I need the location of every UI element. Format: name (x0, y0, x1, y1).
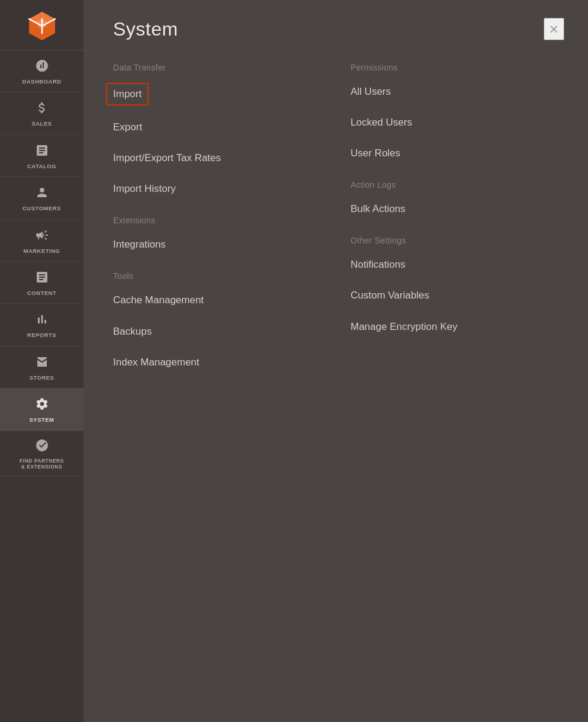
sidebar-item-partners[interactable]: FIND PARTNERS & EXTENSIONS (0, 431, 83, 476)
sidebar-item-dashboard[interactable]: DASHBOARD (0, 50, 83, 92)
sidebar-item-partners-label: FIND PARTNERS & EXTENSIONS (20, 458, 64, 470)
menu-item-bulk-actions[interactable]: Bulk Actions (351, 200, 564, 218)
action-logs-heading: Action Logs (351, 180, 564, 190)
other-settings-heading: Other Settings (351, 236, 564, 245)
menu-item-user-roles[interactable]: User Roles (351, 145, 564, 162)
sidebar-item-reports[interactable]: REPORTS (0, 304, 83, 346)
partners-icon (35, 438, 49, 455)
menu-item-custom-variables[interactable]: Custom Variables (351, 287, 564, 304)
panel-header: System × (83, 0, 588, 52)
sidebar-item-customers[interactable]: CUSTOMERS (0, 177, 83, 219)
menu-item-index-management[interactable]: Index Management (113, 354, 327, 371)
panel-title: System (113, 18, 178, 40)
tools-section: Tools Cache Management Backups Index Man… (113, 271, 327, 371)
sidebar-item-marketing-label: MARKETING (23, 248, 60, 254)
sidebar-item-catalog-label: CATALOG (27, 163, 56, 169)
other-settings-section: Other Settings Notifications Custom Vari… (351, 236, 564, 335)
sidebar-item-marketing[interactable]: MARKETING (0, 220, 83, 262)
menu-item-cache-management[interactable]: Cache Management (113, 291, 327, 309)
dashboard-icon (35, 59, 49, 75)
sidebar-item-stores-label: STORES (30, 374, 54, 381)
magento-logo-icon (27, 11, 57, 41)
content-icon (35, 270, 49, 287)
right-column: Permissions All Users Locked Users User … (345, 58, 564, 704)
menu-item-manage-encryption-key[interactable]: Manage Encryption Key (351, 318, 564, 336)
sidebar-item-content[interactable]: CONTENT (0, 262, 83, 304)
extensions-section: Extensions Integrations (113, 216, 327, 253)
sidebar-item-stores[interactable]: STORES (0, 346, 83, 389)
menu-item-import-export-tax[interactable]: Import/Export Tax Rates (113, 149, 327, 167)
menu-item-integrations[interactable]: Integrations (113, 236, 327, 253)
logo-area (0, 0, 83, 50)
sidebar-item-dashboard-label: DASHBOARD (22, 78, 61, 85)
permissions-section: Permissions All Users Locked Users User … (351, 63, 564, 162)
data-transfer-section: Data Transfer Import Export Import/Expor… (113, 63, 327, 198)
menu-item-import[interactable]: Import (106, 83, 149, 105)
close-button[interactable]: × (544, 18, 564, 40)
menu-item-backups[interactable]: Backups (113, 323, 327, 341)
sidebar-item-reports-label: REPORTS (27, 332, 56, 338)
sidebar-item-content-label: CONTENT (27, 290, 56, 296)
sales-icon (35, 101, 49, 117)
left-column: Data Transfer Import Export Import/Expor… (113, 58, 345, 704)
catalog-icon (35, 143, 49, 160)
sidebar-item-system-label: SYSTEM (29, 416, 54, 423)
sidebar-item-customers-label: CUSTOMERS (23, 205, 61, 211)
sidebar-item-catalog[interactable]: CATALOG (0, 135, 83, 177)
system-icon (35, 397, 49, 413)
menu-item-export[interactable]: Export (113, 118, 327, 136)
panel-body: Data Transfer Import Export Import/Expor… (83, 52, 588, 722)
sidebar: DASHBOARD SALES CATALOG CUSTOMERS MARKET… (0, 0, 83, 722)
customers-icon (35, 185, 49, 202)
menu-item-import-history[interactable]: Import History (113, 180, 327, 198)
menu-item-all-users[interactable]: All Users (351, 83, 564, 101)
permissions-heading: Permissions (351, 63, 564, 72)
reports-icon (35, 312, 49, 329)
data-transfer-heading: Data Transfer (113, 63, 327, 72)
menu-item-notifications[interactable]: Notifications (351, 256, 564, 274)
sidebar-item-sales-label: SALES (31, 120, 52, 127)
tools-heading: Tools (113, 271, 327, 281)
sidebar-item-system[interactable]: SYSTEM (0, 389, 83, 431)
sidebar-item-sales[interactable]: SALES (0, 92, 83, 134)
menu-item-locked-users[interactable]: Locked Users (351, 114, 564, 131)
marketing-icon (35, 228, 49, 245)
stores-icon (35, 355, 49, 371)
system-panel: System × Data Transfer Import Export Imp… (83, 0, 588, 722)
extensions-heading: Extensions (113, 216, 327, 225)
action-logs-section: Action Logs Bulk Actions (351, 180, 564, 218)
